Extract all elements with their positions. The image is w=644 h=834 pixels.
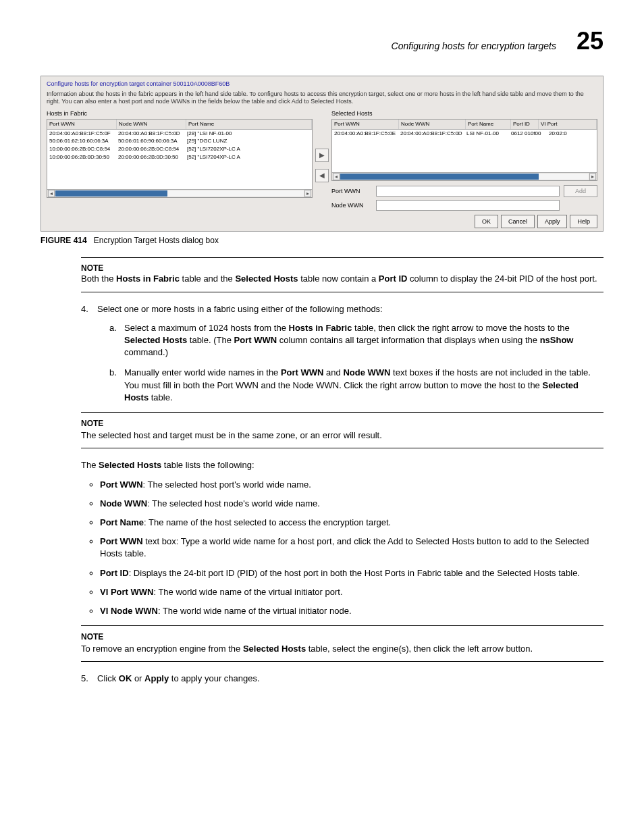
body-content: NOTE Both the Hosts in Fabric table and … bbox=[81, 257, 603, 685]
hosts-in-fabric-table[interactable]: Port WWN Node WWN Port Name 20:04:00:A0:… bbox=[47, 119, 313, 198]
node-wwn-field-label: Node WWN bbox=[331, 202, 372, 209]
scroll-left-icon[interactable]: ◂ bbox=[48, 190, 55, 198]
col-port-name[interactable]: Port Name bbox=[466, 120, 511, 129]
col-node-wwn[interactable]: Node WWN bbox=[399, 120, 466, 129]
dialog-info-text: Information about the hosts in the fabri… bbox=[47, 90, 597, 105]
scroll-right-icon[interactable]: ▸ bbox=[589, 173, 596, 181]
port-wwn-field-label: Port WWN bbox=[331, 188, 372, 195]
note-body: Both the Hosts in Fabric table and the S… bbox=[81, 273, 603, 285]
table-row[interactable]: 20:04:00:A0:B8:1F:C5:0F20:04:00:A0:B8:1F… bbox=[47, 130, 312, 138]
ok-button[interactable]: OK bbox=[475, 215, 498, 228]
note-label: NOTE bbox=[81, 263, 603, 273]
hosts-in-fabric-panel: Hosts in Fabric Port WWN Node WWN Port N… bbox=[47, 110, 313, 211]
sub-steps: Select a maximum of 1024 hosts from the … bbox=[109, 322, 603, 404]
col-vi-port[interactable]: VI Port bbox=[539, 120, 597, 129]
scroll-left-icon[interactable]: ◂ bbox=[333, 173, 340, 181]
selected-hosts-label: Selected Hosts bbox=[331, 110, 597, 118]
transfer-buttons: ▶ ◀ bbox=[315, 110, 329, 211]
figure-text: Encryption Target Hosts dialog box bbox=[94, 236, 219, 245]
col-port-id[interactable]: Port ID bbox=[511, 120, 539, 129]
node-wwn-input[interactable] bbox=[376, 200, 560, 211]
chapter-number: 25 bbox=[576, 27, 603, 55]
figure-caption: FIGURE 414 Encryption Target Hosts dialo… bbox=[41, 236, 603, 245]
header-title: Configuring hosts for encryption targets bbox=[392, 41, 556, 51]
move-right-button[interactable]: ▶ bbox=[315, 149, 329, 162]
selected-hosts-panel: Selected Hosts Port WWN Node WWN Port Na… bbox=[331, 110, 597, 211]
col-port-wwn[interactable]: Port WWN bbox=[332, 120, 399, 129]
steps-list: Select one or more hosts in a fabric usi… bbox=[81, 303, 603, 685]
selected-scrollbar[interactable]: ◂ ▸ bbox=[332, 172, 597, 180]
note-block-1: NOTE Both the Hosts in Fabric table and … bbox=[81, 257, 603, 292]
list-item: Port WWN text box: Type a world wide nam… bbox=[100, 536, 603, 560]
list-item: Port WWN: The selected host port's world… bbox=[100, 479, 603, 491]
dialog-button-row: OK Cancel Apply Help bbox=[47, 215, 597, 228]
help-button[interactable]: Help bbox=[570, 215, 597, 228]
table-row[interactable]: 20:04:00:A0:B8:1F:C5:0E20:04:00:A0:B8:1F… bbox=[332, 130, 597, 138]
apply-button[interactable]: Apply bbox=[537, 215, 568, 228]
col-node-wwn[interactable]: Node WWN bbox=[117, 120, 186, 129]
table-row[interactable]: 50:06:01:62:10:60:06:3A50:06:01:60:90:60… bbox=[47, 137, 312, 145]
note-body: The selected host and target must be in … bbox=[81, 429, 603, 442]
table-row[interactable]: 10:00:00:06:2B:0C:C8:5420:00:00:06:2B:0C… bbox=[47, 145, 312, 153]
selected-hosts-table[interactable]: Port WWN Node WWN Port Name Port ID VI P… bbox=[331, 119, 597, 181]
list-item: Port ID: Displays the 24-bit port ID (PI… bbox=[100, 567, 603, 579]
note-block-3: NOTE To remove an encryption engine from… bbox=[81, 625, 603, 662]
bullet-list: Port WWN: The selected host port's world… bbox=[100, 479, 603, 618]
cancel-button[interactable]: Cancel bbox=[501, 215, 535, 228]
list-item: VI Port WWN: The world wide name of the … bbox=[100, 586, 603, 598]
note-label: NOTE bbox=[81, 631, 603, 643]
col-port-name[interactable]: Port Name bbox=[186, 120, 312, 129]
page-header: Configuring hosts for encryption targets… bbox=[41, 27, 603, 55]
encryption-target-hosts-dialog: Configure hosts for encryption target co… bbox=[41, 76, 603, 232]
step-4a: Select a maximum of 1024 hosts from the … bbox=[109, 322, 603, 359]
step-4: Select one or more hosts in a fabric usi… bbox=[81, 303, 603, 662]
dialog-container-line: Configure hosts for encryption target co… bbox=[47, 80, 597, 88]
port-wwn-input[interactable] bbox=[376, 186, 560, 197]
hosts-in-fabric-label: Hosts in Fabric bbox=[47, 110, 313, 118]
col-port-wwn[interactable]: Port WWN bbox=[47, 120, 117, 129]
intro-line: The Selected Hosts table lists the follo… bbox=[81, 459, 603, 471]
step-4b: Manually enter world wide names in the P… bbox=[109, 367, 603, 404]
figure-label: FIGURE 414 bbox=[41, 236, 87, 245]
table-row[interactable]: 10:00:00:06:2B:0D:30:5020:00:00:06:2B:0D… bbox=[47, 153, 312, 161]
step-5: Click OK or Apply to apply your changes. bbox=[81, 673, 603, 685]
hosts-scrollbar[interactable]: ◂ ▸ bbox=[47, 189, 312, 197]
add-button[interactable]: Add bbox=[564, 185, 597, 197]
note-block-2: NOTE The selected host and target must b… bbox=[81, 412, 603, 448]
list-item: Port Name: The name of the host selected… bbox=[100, 517, 603, 529]
note-label: NOTE bbox=[81, 418, 603, 429]
list-item: Node WWN: The selected host node's world… bbox=[100, 498, 603, 510]
note-body: To remove an encryption engine from the … bbox=[81, 643, 603, 655]
list-item: VI Node WWN: The world wide name of the … bbox=[100, 605, 603, 617]
move-left-button[interactable]: ◀ bbox=[315, 169, 329, 182]
scroll-right-icon[interactable]: ▸ bbox=[304, 190, 311, 198]
